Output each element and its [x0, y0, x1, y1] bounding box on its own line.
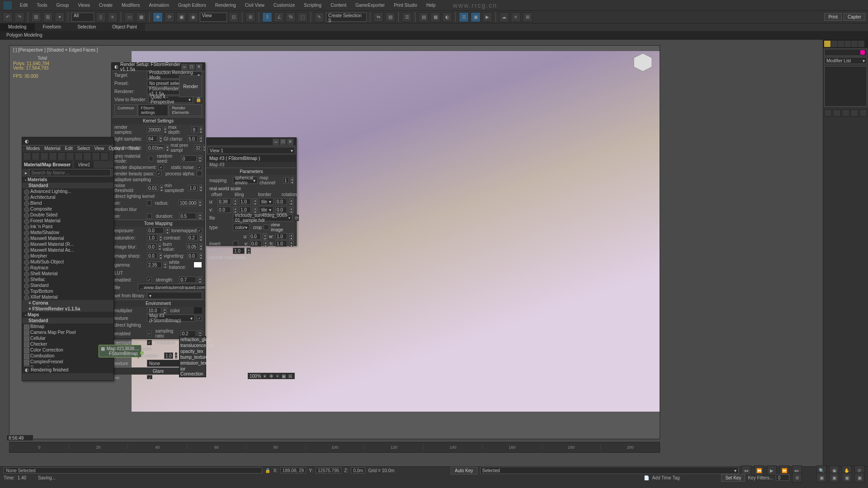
play-icon[interactable]: ▶	[767, 465, 777, 475]
panel-title[interactable]: – □ ×	[207, 138, 296, 146]
color-swatch[interactable]	[860, 50, 865, 55]
minimize-icon[interactable]: –	[273, 139, 279, 145]
undo-icon[interactable]: ↶	[3, 12, 13, 22]
time-config-icon[interactable]: ⚙	[792, 473, 802, 483]
capter-button[interactable]: Capter	[844, 13, 865, 21]
layout-icon[interactable]: ⊞	[288, 373, 293, 379]
options-menu[interactable]: Options	[106, 146, 126, 151]
disp-check[interactable]: ✓	[158, 164, 164, 170]
material-editor-icon[interactable]: ◐	[442, 12, 452, 22]
list-item[interactable]: Standard	[22, 282, 113, 288]
modifier-stack[interactable]	[824, 66, 867, 107]
align-icon[interactable]: ▤	[385, 12, 395, 22]
ribbon-tab-modeling[interactable]: Modeling	[0, 23, 35, 31]
menu-item[interactable]: Civil View	[241, 0, 269, 11]
add-time-tag[interactable]: Add Time Tag	[652, 475, 679, 480]
list-item[interactable]: Architectural	[22, 194, 113, 200]
autokey-button[interactable]: Auto Key	[451, 467, 477, 474]
next-key-icon[interactable]: ⏩	[779, 465, 789, 475]
key-mode-select[interactable]: Selected	[480, 467, 739, 474]
utilities-icon[interactable]	[858, 41, 864, 47]
unique-icon[interactable]	[842, 109, 849, 117]
menu-item[interactable]: Group	[52, 0, 74, 11]
list-item[interactable]: Shell Material	[22, 271, 113, 277]
object-name-field[interactable]	[824, 49, 867, 56]
list-item[interactable]: Standard	[22, 318, 113, 324]
rect-select-icon[interactable]: ▭	[124, 12, 134, 22]
print-button[interactable]: Print	[824, 13, 842, 21]
script-icon[interactable]: 📄	[644, 475, 649, 480]
z-field[interactable]: 0.0m	[351, 467, 365, 474]
unlink-icon[interactable]: ⛓	[43, 12, 53, 22]
rotate-icon[interactable]: ⟳	[165, 12, 175, 22]
menu-item[interactable]: Customize	[269, 0, 299, 11]
manip-icon[interactable]: ⊞	[245, 12, 255, 22]
whitebalance-color[interactable]	[193, 262, 202, 268]
render-setup-icon[interactable]: ☰	[459, 12, 469, 22]
list-item[interactable]: Multi/Sub-Object	[22, 259, 113, 265]
list-item[interactable]: Maxwell Material As...	[22, 247, 113, 253]
samples-field[interactable]: 20000	[147, 127, 162, 133]
show-end-icon[interactable]	[833, 109, 840, 117]
env-texture[interactable]: Map #3 (FStormBitmap)	[147, 314, 195, 322]
cloud-icon[interactable]: ☁	[499, 12, 509, 22]
list-item[interactable]: Shellac	[22, 277, 113, 282]
reload-icon[interactable]: ⟳	[294, 215, 299, 221]
min-view-icon[interactable]: ▣	[854, 473, 864, 483]
node-bitmap[interactable]: ▦Map #213838.... FStormBitmap	[99, 345, 142, 357]
list-item[interactable]: Forest Material	[22, 218, 113, 224]
view-tab[interactable]: View1	[74, 161, 94, 168]
select-menu[interactable]: Select	[75, 146, 92, 151]
window-crossing-icon[interactable]: ▦	[136, 12, 146, 22]
menu-item[interactable]: Animation	[144, 0, 173, 11]
menu-item[interactable]: Create	[94, 0, 117, 11]
setkey-button[interactable]: Set Key	[721, 474, 745, 482]
spinner-snap-icon[interactable]: ⬚	[297, 12, 307, 22]
pick-icon[interactable]	[23, 152, 31, 160]
ribbon-tab-objectpaint[interactable]: Object Paint	[104, 23, 145, 31]
menu-item[interactable]: Modifiers	[117, 0, 145, 11]
hierarchy-icon[interactable]	[838, 41, 844, 47]
list-item[interactable]: Ink 'n Paint	[22, 224, 113, 230]
list-item[interactable]: Blend	[22, 200, 113, 206]
search-input[interactable]	[29, 169, 111, 176]
ribbon-tab-selection[interactable]: Selection	[69, 23, 104, 31]
menu-item[interactable]: Graph Editors	[174, 0, 211, 11]
angle-snap-icon[interactable]: ∠	[274, 12, 284, 22]
view-menu[interactable]: View	[92, 146, 107, 151]
menu-item[interactable]: Rendering	[211, 0, 241, 11]
pivot-icon[interactable]: ⊡	[229, 12, 239, 22]
filter-select[interactable]: All	[71, 13, 94, 22]
fov-icon[interactable]: ▣	[816, 473, 826, 483]
view-select[interactable]: View 1	[208, 147, 295, 154]
menu-item[interactable]: Edit	[15, 0, 32, 11]
selection-set[interactable]: Create Selection S	[326, 13, 367, 22]
percent-snap-icon[interactable]: %	[286, 12, 296, 22]
modifier-select[interactable]: Modifier List▾	[824, 57, 867, 64]
map-file[interactable]: e\cloudy_sun48deg_0069-01_sample.hdr	[233, 214, 292, 221]
render-icon[interactable]: ▶	[482, 12, 492, 22]
list-item[interactable]: Standard	[22, 183, 113, 188]
y-field[interactable]: 12575.795	[316, 467, 341, 474]
prev-key-icon[interactable]: ⏪	[754, 465, 764, 475]
list-item[interactable]: + FStormRender v1.1.5a	[22, 306, 113, 312]
modify-icon[interactable]	[831, 41, 837, 47]
menu-item[interactable]: Print Studio	[389, 0, 422, 11]
x-field[interactable]: 189.08, 29	[280, 467, 306, 474]
move-icon[interactable]: ✥	[153, 12, 163, 22]
scale-icon[interactable]: ▣	[176, 12, 186, 22]
misc-icon[interactable]: ⊞	[523, 12, 533, 22]
material-menu[interactable]: Material	[42, 146, 63, 151]
list-item[interactable]: Raytrace	[22, 265, 113, 271]
remove-icon[interactable]	[850, 109, 858, 117]
maxdepth-field[interactable]: 8	[192, 127, 198, 133]
mirror-icon[interactable]: ⇋	[373, 12, 383, 22]
list-item[interactable]: - Maps	[22, 312, 113, 318]
zoom-in-icon[interactable]: +	[275, 373, 280, 379]
config-icon[interactable]	[859, 109, 867, 117]
curve-editor-icon[interactable]: ▤	[419, 12, 429, 22]
list-item[interactable]: Maxwell Material (R...	[22, 241, 113, 247]
place-icon[interactable]: ◉	[188, 12, 198, 22]
display-icon[interactable]	[851, 41, 858, 47]
tab-elements[interactable]: Render Elements	[169, 104, 202, 116]
